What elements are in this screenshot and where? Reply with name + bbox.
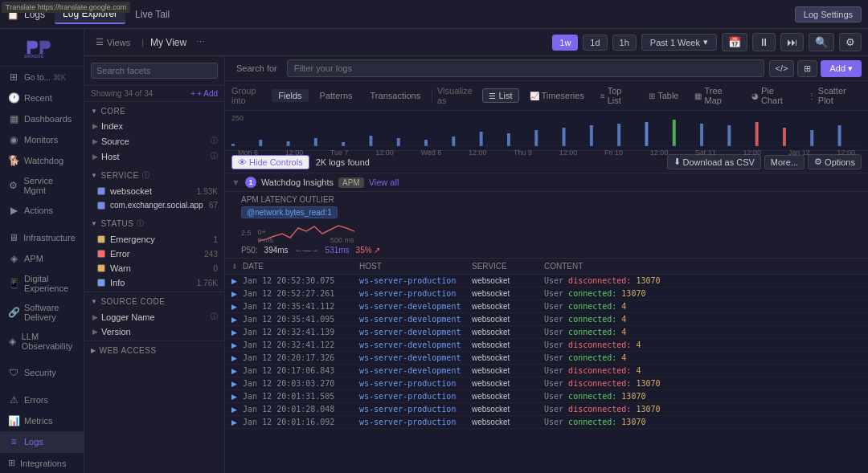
table-row[interactable]: ▶ Jan 12 20:03:03.270 ws-server-producti… <box>225 377 868 390</box>
facet-section-status-header[interactable]: ▼ Status ⓘ <box>84 215 224 232</box>
facet-item-error[interactable]: Error 243 <box>84 247 224 261</box>
tab-live-tail[interactable]: Live Tail <box>127 6 178 23</box>
sidebar-item-llm-obs[interactable]: ◈ LLM Observability <box>0 327 84 356</box>
col-header-content[interactable]: CONTENT <box>544 262 862 271</box>
calendar-icon-btn[interactable]: 📅 <box>722 33 747 51</box>
facet-item-host[interactable]: ▶ Host ⓘ <box>84 149 224 164</box>
view-all-link[interactable]: View all <box>369 177 399 187</box>
version-label: Version <box>101 327 218 336</box>
viz-btn-top-list[interactable]: ≡ Top List <box>595 84 638 107</box>
col-header-service[interactable]: SERVICE <box>472 262 544 271</box>
group-tab-fields[interactable]: Fields <box>272 89 308 102</box>
more-options-icon[interactable]: ⋯ <box>193 35 208 49</box>
warn-checkbox[interactable] <box>97 264 105 272</box>
sidebar-item-apm[interactable]: ◈ APM <box>0 248 84 269</box>
facet-section-core-header[interactable]: ▼ CORE <box>84 104 224 119</box>
add-button[interactable]: Add ▾ <box>821 60 862 77</box>
add-facet-button[interactable]: + + Add <box>190 89 218 98</box>
hide-controls-button[interactable]: 👁 Hide Controls <box>231 155 309 169</box>
sort-icon[interactable]: ⬇ <box>231 263 243 271</box>
table-row[interactable]: ▶ Jan 12 20:01:31.505 ws-server-producti… <box>225 390 868 403</box>
table-row[interactable]: ▶ Jan 12 20:32:41.139 ws-server-developm… <box>225 326 868 339</box>
main-right: ☰ Views | My View ⋯ 1w 1d 1h Past 1 Week… <box>84 29 868 473</box>
table-row[interactable]: ▶ Jan 12 20:01:28.048 ws-server-producti… <box>225 403 868 416</box>
table-row[interactable]: ▶ Jan 12 20:52:30.075 ws-server-producti… <box>225 275 868 287</box>
sidebar-item-monitors[interactable]: ◉ Monitors <box>0 129 84 150</box>
sidebar-item-software-del[interactable]: 🔗 Software Delivery <box>0 298 84 327</box>
sidebar-item-errors[interactable]: ⚠ Errors <box>0 389 84 410</box>
col-header-host[interactable]: HOST <box>359 262 472 271</box>
software-del-icon: 🔗 <box>8 307 19 318</box>
table-row[interactable]: ▶ Jan 12 20:35:41.112 ws-server-developm… <box>225 300 868 313</box>
sidebar-item-dashboards[interactable]: ▦ Dashboards <box>0 108 84 129</box>
facet-item-emergency[interactable]: Emergency 1 <box>84 232 224 247</box>
facet-search-input[interactable] <box>91 63 218 79</box>
logo-area: DATADOG <box>0 29 84 67</box>
svg-rect-15 <box>563 128 566 146</box>
info-checkbox[interactable] <box>97 279 105 287</box>
time-btn-1w[interactable]: 1w <box>552 35 578 51</box>
sidebar-item-digital-exp[interactable]: 📱 Digital Experience <box>0 269 84 298</box>
table-row[interactable]: ▶ Jan 12 20:20:17.326 ws-server-developm… <box>225 352 868 365</box>
emergency-checkbox[interactable] <box>97 235 105 243</box>
content-area: Search for </> ⊞ Add ▾ Group into Fields <box>225 56 868 473</box>
sidebar-item-service-mgmt[interactable]: ⚙ Service Mgmt <box>0 171 84 200</box>
x-label-tue7: Tue 7 <box>330 149 349 157</box>
table-row[interactable]: ▶ Jan 12 20:52:27.261 ws-server-producti… <box>225 287 868 300</box>
row-date: Jan 12 20:03:03.270 <box>243 379 359 388</box>
views-button[interactable]: ☰ Views <box>91 35 135 50</box>
col-header-date[interactable]: DATE <box>243 262 359 271</box>
collapse-icon[interactable]: ▼ <box>231 177 240 187</box>
viz-btn-scatter-plot[interactable]: ⋮ Scatter Plot <box>802 84 862 107</box>
sidebar-item-go-to[interactable]: ⊞ Go to... ⌘K <box>0 67 84 88</box>
time-range-button[interactable]: Past 1 Week ▾ <box>641 34 717 51</box>
facet-item-index[interactable]: ▶ Index <box>84 119 224 133</box>
table-row[interactable]: ▶ Jan 12 20:17:06.843 ws-server-developm… <box>225 365 868 377</box>
log-settings-button[interactable]: Log Settings <box>795 6 862 22</box>
error-checkbox[interactable] <box>97 250 105 258</box>
facet-item-version[interactable]: ▶ Version <box>84 324 224 339</box>
copy-button[interactable]: ⊞ <box>797 60 817 77</box>
com-exchanger-checkbox[interactable] <box>97 202 105 210</box>
row-date: Jan 12 20:35:41.095 <box>243 315 359 324</box>
viz-btn-list[interactable]: ☰ List <box>482 88 518 103</box>
eye-icon: 👁 <box>238 157 247 167</box>
group-tab-patterns[interactable]: Patterns <box>313 89 359 102</box>
time-btn-1d[interactable]: 1d <box>583 35 607 51</box>
code-view-button[interactable]: </> <box>769 60 795 77</box>
facet-item-info[interactable]: Info 1.76K <box>84 275 224 290</box>
facet-item-websocket[interactable]: websocket 1.93K <box>84 184 224 198</box>
table-row[interactable]: ▶ Jan 12 20:32:41.122 ws-server-developm… <box>225 339 868 352</box>
viz-btn-table[interactable]: ⊞ Table <box>643 89 684 102</box>
network-bytes-label[interactable]: @network.bytes_read:1 <box>241 206 338 218</box>
viz-btn-pie-chart[interactable]: ◕ Pie Chart <box>746 84 797 107</box>
filter-input[interactable] <box>287 59 764 77</box>
sidebar-item-logs[interactable]: ≡ Logs <box>0 431 84 452</box>
websocket-checkbox[interactable] <box>97 187 105 195</box>
table-row[interactable]: ▶ Jan 12 20:01:16.092 ws-server-producti… <box>225 416 868 429</box>
viz-btn-tree-map[interactable]: ▦ Tree Map <box>689 84 741 107</box>
forward-btn[interactable]: ⏭ <box>780 33 804 51</box>
table-row[interactable]: ▶ Jan 12 20:35:41.095 ws-server-developm… <box>225 313 868 326</box>
sidebar-item-watchdog[interactable]: 🐕 Watchdog <box>0 150 84 171</box>
facet-item-com-exchanger[interactable]: com.exchanger.social.app 67 <box>84 198 224 212</box>
sidebar-item-actions[interactable]: ▶ Actions <box>0 200 84 221</box>
more-button[interactable]: More... <box>764 155 805 169</box>
sidebar-item-infrastructure[interactable]: 🖥 Infrastructure <box>0 227 84 248</box>
facet-item-source[interactable]: ▶ Source ⓘ <box>84 133 224 149</box>
search-settings-btn[interactable]: 🔍 <box>809 33 834 51</box>
facet-item-warn[interactable]: Warn 0 <box>84 261 224 275</box>
sidebar-item-integrations[interactable]: ⊞ Integrations <box>0 453 84 473</box>
group-tab-transactions[interactable]: Transactions <box>364 89 428 102</box>
sidebar-item-metrics[interactable]: 📊 Metrics <box>0 410 84 431</box>
facet-section-web-access-header[interactable]: ▶ WEB ACCESS <box>84 343 224 358</box>
facet-section-service-header[interactable]: ▼ Service ⓘ <box>84 167 224 184</box>
viz-btn-timeseries[interactable]: 📈 Timeseries <box>524 89 590 102</box>
facet-section-source-code-header[interactable]: ▼ SOURCE CODE <box>84 294 224 309</box>
facet-item-logger-name[interactable]: ▶ Logger Name ⓘ <box>84 309 224 324</box>
sidebar-item-recent[interactable]: 🕐 Recent <box>0 88 84 108</box>
pause-btn[interactable]: ⏸ <box>752 33 776 51</box>
settings-btn[interactable]: ⚙ <box>839 33 862 51</box>
time-btn-1h[interactable]: 1h <box>612 35 637 51</box>
sidebar-item-security[interactable]: 🛡 Security <box>0 362 84 383</box>
